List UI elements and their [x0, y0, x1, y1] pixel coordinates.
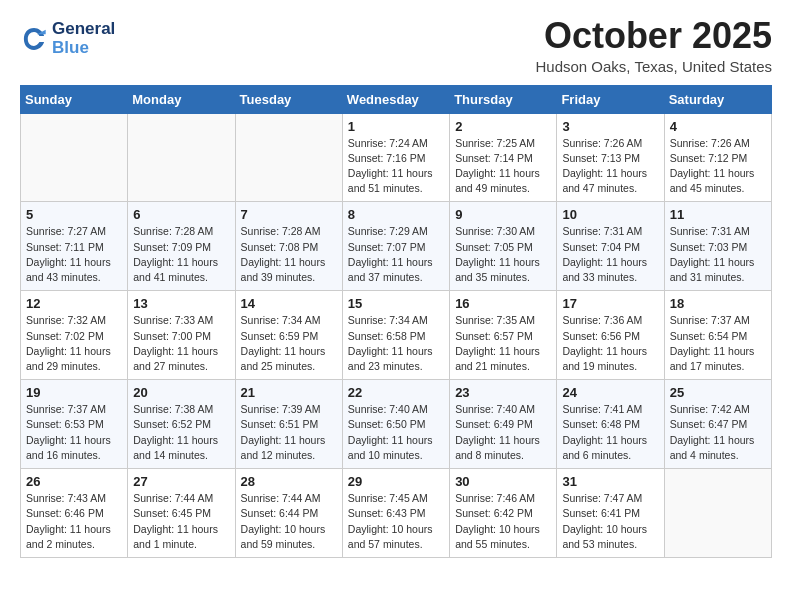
day-cell: 11Sunrise: 7:31 AM Sunset: 7:03 PM Dayli… [664, 202, 771, 291]
col-header-tuesday: Tuesday [235, 85, 342, 113]
day-cell: 7Sunrise: 7:28 AM Sunset: 7:08 PM Daylig… [235, 202, 342, 291]
day-info: Sunrise: 7:41 AM Sunset: 6:48 PM Dayligh… [562, 402, 658, 463]
day-cell: 26Sunrise: 7:43 AM Sunset: 6:46 PM Dayli… [21, 469, 128, 558]
day-number: 19 [26, 385, 122, 400]
day-info: Sunrise: 7:33 AM Sunset: 7:00 PM Dayligh… [133, 313, 229, 374]
day-number: 26 [26, 474, 122, 489]
day-info: Sunrise: 7:30 AM Sunset: 7:05 PM Dayligh… [455, 224, 551, 285]
day-info: Sunrise: 7:35 AM Sunset: 6:57 PM Dayligh… [455, 313, 551, 374]
day-number: 9 [455, 207, 551, 222]
logo-text: General Blue [52, 20, 115, 57]
day-cell: 17Sunrise: 7:36 AM Sunset: 6:56 PM Dayli… [557, 291, 664, 380]
day-cell [664, 469, 771, 558]
col-header-sunday: Sunday [21, 85, 128, 113]
day-number: 5 [26, 207, 122, 222]
day-cell: 1Sunrise: 7:24 AM Sunset: 7:16 PM Daylig… [342, 113, 449, 202]
day-cell: 24Sunrise: 7:41 AM Sunset: 6:48 PM Dayli… [557, 380, 664, 469]
day-number: 27 [133, 474, 229, 489]
day-info: Sunrise: 7:28 AM Sunset: 7:08 PM Dayligh… [241, 224, 337, 285]
day-cell: 2Sunrise: 7:25 AM Sunset: 7:14 PM Daylig… [450, 113, 557, 202]
day-cell: 30Sunrise: 7:46 AM Sunset: 6:42 PM Dayli… [450, 469, 557, 558]
day-info: Sunrise: 7:39 AM Sunset: 6:51 PM Dayligh… [241, 402, 337, 463]
day-number: 28 [241, 474, 337, 489]
day-cell: 5Sunrise: 7:27 AM Sunset: 7:11 PM Daylig… [21, 202, 128, 291]
day-info: Sunrise: 7:26 AM Sunset: 7:12 PM Dayligh… [670, 136, 766, 197]
day-number: 14 [241, 296, 337, 311]
day-number: 1 [348, 119, 444, 134]
day-number: 20 [133, 385, 229, 400]
day-number: 30 [455, 474, 551, 489]
col-header-wednesday: Wednesday [342, 85, 449, 113]
day-cell: 9Sunrise: 7:30 AM Sunset: 7:05 PM Daylig… [450, 202, 557, 291]
day-info: Sunrise: 7:27 AM Sunset: 7:11 PM Dayligh… [26, 224, 122, 285]
day-number: 15 [348, 296, 444, 311]
day-info: Sunrise: 7:34 AM Sunset: 6:59 PM Dayligh… [241, 313, 337, 374]
day-number: 4 [670, 119, 766, 134]
day-info: Sunrise: 7:24 AM Sunset: 7:16 PM Dayligh… [348, 136, 444, 197]
day-number: 2 [455, 119, 551, 134]
day-info: Sunrise: 7:32 AM Sunset: 7:02 PM Dayligh… [26, 313, 122, 374]
day-info: Sunrise: 7:47 AM Sunset: 6:41 PM Dayligh… [562, 491, 658, 552]
calendar-container: General Blue October 2025 Hudson Oaks, T… [0, 0, 792, 574]
day-cell: 29Sunrise: 7:45 AM Sunset: 6:43 PM Dayli… [342, 469, 449, 558]
col-header-saturday: Saturday [664, 85, 771, 113]
calendar-table: SundayMondayTuesdayWednesdayThursdayFrid… [20, 85, 772, 558]
week-row-4: 19Sunrise: 7:37 AM Sunset: 6:53 PM Dayli… [21, 380, 772, 469]
day-number: 31 [562, 474, 658, 489]
day-cell: 25Sunrise: 7:42 AM Sunset: 6:47 PM Dayli… [664, 380, 771, 469]
day-info: Sunrise: 7:40 AM Sunset: 6:50 PM Dayligh… [348, 402, 444, 463]
day-cell: 19Sunrise: 7:37 AM Sunset: 6:53 PM Dayli… [21, 380, 128, 469]
week-row-3: 12Sunrise: 7:32 AM Sunset: 7:02 PM Dayli… [21, 291, 772, 380]
day-cell: 28Sunrise: 7:44 AM Sunset: 6:44 PM Dayli… [235, 469, 342, 558]
day-number: 3 [562, 119, 658, 134]
day-info: Sunrise: 7:46 AM Sunset: 6:42 PM Dayligh… [455, 491, 551, 552]
col-header-thursday: Thursday [450, 85, 557, 113]
day-info: Sunrise: 7:44 AM Sunset: 6:44 PM Dayligh… [241, 491, 337, 552]
day-number: 18 [670, 296, 766, 311]
month-title: October 2025 [535, 16, 772, 56]
calendar-header-row: SundayMondayTuesdayWednesdayThursdayFrid… [21, 85, 772, 113]
day-cell: 16Sunrise: 7:35 AM Sunset: 6:57 PM Dayli… [450, 291, 557, 380]
logo-icon [20, 25, 48, 53]
day-cell: 12Sunrise: 7:32 AM Sunset: 7:02 PM Dayli… [21, 291, 128, 380]
col-header-monday: Monday [128, 85, 235, 113]
day-number: 25 [670, 385, 766, 400]
day-number: 24 [562, 385, 658, 400]
day-number: 6 [133, 207, 229, 222]
day-info: Sunrise: 7:29 AM Sunset: 7:07 PM Dayligh… [348, 224, 444, 285]
day-number: 29 [348, 474, 444, 489]
day-cell [235, 113, 342, 202]
day-info: Sunrise: 7:37 AM Sunset: 6:53 PM Dayligh… [26, 402, 122, 463]
header: General Blue October 2025 Hudson Oaks, T… [20, 16, 772, 75]
day-cell: 13Sunrise: 7:33 AM Sunset: 7:00 PM Dayli… [128, 291, 235, 380]
day-info: Sunrise: 7:31 AM Sunset: 7:03 PM Dayligh… [670, 224, 766, 285]
day-number: 10 [562, 207, 658, 222]
day-cell: 20Sunrise: 7:38 AM Sunset: 6:52 PM Dayli… [128, 380, 235, 469]
day-cell [128, 113, 235, 202]
day-info: Sunrise: 7:31 AM Sunset: 7:04 PM Dayligh… [562, 224, 658, 285]
day-info: Sunrise: 7:45 AM Sunset: 6:43 PM Dayligh… [348, 491, 444, 552]
week-row-2: 5Sunrise: 7:27 AM Sunset: 7:11 PM Daylig… [21, 202, 772, 291]
logo: General Blue [20, 20, 115, 57]
day-number: 11 [670, 207, 766, 222]
day-number: 13 [133, 296, 229, 311]
day-cell: 10Sunrise: 7:31 AM Sunset: 7:04 PM Dayli… [557, 202, 664, 291]
day-cell [21, 113, 128, 202]
day-cell: 8Sunrise: 7:29 AM Sunset: 7:07 PM Daylig… [342, 202, 449, 291]
day-number: 21 [241, 385, 337, 400]
week-row-1: 1Sunrise: 7:24 AM Sunset: 7:16 PM Daylig… [21, 113, 772, 202]
day-number: 8 [348, 207, 444, 222]
day-cell: 27Sunrise: 7:44 AM Sunset: 6:45 PM Dayli… [128, 469, 235, 558]
day-cell: 31Sunrise: 7:47 AM Sunset: 6:41 PM Dayli… [557, 469, 664, 558]
day-info: Sunrise: 7:40 AM Sunset: 6:49 PM Dayligh… [455, 402, 551, 463]
day-info: Sunrise: 7:38 AM Sunset: 6:52 PM Dayligh… [133, 402, 229, 463]
day-info: Sunrise: 7:25 AM Sunset: 7:14 PM Dayligh… [455, 136, 551, 197]
col-header-friday: Friday [557, 85, 664, 113]
day-info: Sunrise: 7:34 AM Sunset: 6:58 PM Dayligh… [348, 313, 444, 374]
day-cell: 6Sunrise: 7:28 AM Sunset: 7:09 PM Daylig… [128, 202, 235, 291]
day-number: 23 [455, 385, 551, 400]
day-cell: 15Sunrise: 7:34 AM Sunset: 6:58 PM Dayli… [342, 291, 449, 380]
day-cell: 22Sunrise: 7:40 AM Sunset: 6:50 PM Dayli… [342, 380, 449, 469]
week-row-5: 26Sunrise: 7:43 AM Sunset: 6:46 PM Dayli… [21, 469, 772, 558]
day-info: Sunrise: 7:43 AM Sunset: 6:46 PM Dayligh… [26, 491, 122, 552]
